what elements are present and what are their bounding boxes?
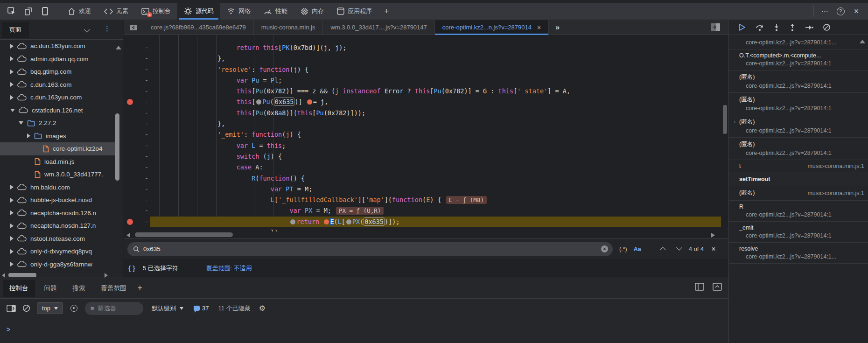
console-settings-gear-icon[interactable]: ⚙ (259, 304, 266, 313)
tree-item-ac.dun.163yun.com[interactable]: ac.dun.163yun.com (0, 40, 123, 53)
tree-item-c.dun.163yun.com[interactable]: c.dun.163yun.com (0, 91, 123, 104)
sidebar-hscrollbar[interactable] (0, 273, 115, 278)
frame-source-link[interactable]: core-optimi.kz2...js?v=2879014:1 (739, 211, 864, 218)
drawer-tab-1[interactable]: 控制台 (3, 280, 35, 297)
panel-tab-6[interactable]: 性能 (257, 3, 294, 20)
frame-source-link[interactable]: core-optimi.kz2...js?v=2879014:1 (739, 150, 864, 156)
log-level-selector[interactable]: 默认级别 (152, 304, 183, 313)
tree-item-hm.baidu.com[interactable]: hm.baidu.com (0, 181, 123, 194)
twisty-collapsed-icon[interactable] (27, 133, 30, 138)
twisty-expanded-icon[interactable] (19, 121, 23, 125)
frame-source-link[interactable]: core-optimi.kz2...js?v=2879014:1 (739, 232, 864, 239)
pretty-print-icon[interactable]: { } (128, 265, 135, 272)
console-sidebar-toggle-icon[interactable] (695, 283, 704, 292)
stack-frame-7[interactable]: tmusic-corona.min.js:1 (729, 160, 868, 173)
tree-item-bqq.gtimg.com[interactable]: bqq.gtimg.com (0, 65, 123, 78)
stack-frame-3[interactable]: (匿名)core-optimi.kz2...js?v=2879014:1 (729, 70, 868, 93)
panel-tab-8[interactable]: 应用程序 (330, 3, 378, 20)
inspect-icon[interactable] (7, 6, 17, 16)
tree-item-core-optimi.kz2o4[interactable]: core-optimi.kz2o4 (0, 142, 115, 155)
more-options-icon[interactable]: ⋯ (818, 4, 832, 18)
clear-search-icon[interactable]: × (601, 245, 608, 252)
more-editor-tabs-icon[interactable]: » (549, 20, 566, 35)
tree-item-cstaticdun.126.net[interactable]: cstaticdun.126.net (0, 104, 123, 117)
editor-tab-2[interactable]: music-corona.min.js (254, 20, 323, 35)
search-input[interactable]: 0x635 × (127, 242, 613, 256)
context-selector[interactable]: top (37, 302, 63, 314)
panel-tab-7[interactable]: 内存 (294, 3, 330, 20)
twisty-collapsed-icon[interactable] (10, 210, 14, 215)
stack-frame-10[interactable]: Rcore-optimi.kz2...js?v=2879014:1 (729, 201, 868, 222)
previous-match-icon[interactable] (661, 245, 665, 253)
tree-item-c.dun.163.com[interactable]: c.dun.163.com (0, 78, 123, 91)
console-prompt-chevron[interactable]: > (7, 326, 10, 333)
tree-item-images[interactable]: images (0, 130, 123, 143)
callstack-scroll-up-icon[interactable] (860, 40, 865, 43)
drawer-tab-2[interactable]: 问题 (38, 280, 63, 297)
drawer-tab-3[interactable]: 搜索 (66, 280, 92, 297)
twisty-collapsed-icon[interactable] (10, 262, 14, 266)
create-live-expression-icon[interactable] (70, 305, 77, 312)
tree-item-admin.qidian.qq.com[interactable]: admin.qidian.qq.com (0, 53, 123, 66)
sidebar-hscroll-thumb[interactable] (8, 273, 36, 277)
tree-item-only-d-dxvymedq8pvq[interactable]: only-d-dxvymedq8pvq (0, 245, 123, 258)
drawer-tab-4[interactable]: 覆盖范围 (95, 280, 133, 297)
tree-item-load.min.js[interactable]: load.min.js (0, 155, 123, 168)
editor-scroll-left-icon[interactable] (126, 233, 130, 238)
inline-breakpoint-icon[interactable] (346, 219, 351, 224)
resume-script-icon[interactable] (738, 23, 746, 31)
inline-breakpoint-active-icon[interactable] (324, 219, 329, 224)
toggle-debugger-sidebar-icon[interactable] (710, 23, 721, 33)
message-count[interactable]: 37 (194, 305, 209, 312)
twisty-collapsed-icon[interactable] (10, 70, 14, 74)
navigator-more-icon[interactable]: ⋮ (104, 24, 111, 33)
tree-item-hubble-js-bucket.nosd[interactable]: hubble-js-bucket.nosd (0, 194, 123, 207)
twisty-collapsed-icon[interactable] (10, 224, 14, 228)
console-filter-input[interactable]: ≡ 筛选器 (85, 302, 143, 315)
tree-item-necaptcha-nosdn.126.n[interactable]: necaptcha-nosdn.126.n (0, 207, 123, 220)
frame-source-link[interactable]: core-optimi.kz2...js?v=2879014:1... (739, 39, 864, 46)
inline-breakpoint-icon[interactable] (290, 219, 295, 224)
clear-console-icon[interactable] (22, 304, 30, 312)
tree-item-nstool.netease.com[interactable]: nstool.netease.com (0, 232, 123, 245)
editor-hscroll-thumb[interactable] (135, 232, 233, 237)
step-out-icon[interactable] (789, 23, 796, 31)
tree-item-necaptcha.nosdn.127.n[interactable]: necaptcha.nosdn.127.n (0, 219, 123, 232)
frame-source-link[interactable]: music-corona.min.js:1 (807, 190, 864, 196)
step-icon[interactable] (805, 25, 813, 30)
deactivate-breakpoints-icon[interactable] (823, 23, 831, 31)
stack-frame-12[interactable]: resolvecore-optimi.kz2...js?v=2879014:1.… (729, 243, 868, 264)
stack-frame-5[interactable]: →(匿名)core-optimi.kz2...js?v=2879014:1 (729, 115, 868, 138)
twisty-collapsed-icon[interactable] (10, 95, 14, 100)
frame-source-link[interactable]: core-optimi.kz2...js?v=2879014:1 (739, 60, 864, 67)
tree-item-2.27.2[interactable]: 2.27.2 (0, 117, 123, 130)
frame-source-link[interactable]: music-corona.min.js:1 (807, 163, 864, 169)
help-icon[interactable]: ? (833, 4, 847, 18)
focus-mode-icon[interactable] (40, 6, 50, 16)
stack-frame-4[interactable]: (匿名)core-optimi.kz2...js?v=2879014:1 (729, 93, 868, 115)
panel-tab-5[interactable]: 网络 (220, 3, 257, 20)
console-sidebar-icon[interactable] (7, 305, 16, 312)
frame-source-link[interactable]: core-optimi.kz2...js?v=2879014:1 (739, 127, 864, 134)
twisty-collapsed-icon[interactable] (10, 198, 14, 203)
inline-breakpoint-icon[interactable] (256, 99, 261, 105)
match-case-toggle-icon[interactable]: Aa (634, 246, 641, 252)
frame-source-link[interactable]: core-optimi.kz2...js?v=2879014:1... (739, 253, 864, 260)
editor-tab-4[interactable]: core-optimi.kz2...n.js?v=2879014× (435, 20, 549, 35)
twisty-collapsed-icon[interactable] (10, 44, 14, 49)
chevron-down-icon[interactable] (84, 27, 90, 33)
frame-source-link[interactable]: core-optimi.kz2...js?v=2879014:1 (739, 105, 864, 112)
panel-tab-2[interactable]: 元素 (98, 3, 135, 20)
editor-tab-1[interactable]: core.js?68fb969...435ca69e8e6479 (143, 20, 254, 35)
twisty-collapsed-icon[interactable] (10, 249, 14, 254)
close-devtools-icon[interactable]: × (849, 4, 863, 18)
editor-scroll-right-icon[interactable] (711, 233, 715, 238)
coverage-link[interactable]: 覆盖范围: 不适用 (206, 264, 252, 273)
stack-frame-9[interactable]: (匿名)music-corona.min.js:1 (729, 186, 868, 201)
frame-source-link[interactable]: core-optimi.kz2...js?v=2879014:1 (739, 83, 864, 89)
tree-item-only-d-gga8ys6farnnw[interactable]: only-d-gga8ys6farnnw (0, 258, 123, 271)
add-panel-button[interactable]: + (378, 3, 395, 20)
add-drawer-tab-icon[interactable]: + (138, 283, 143, 293)
twisty-collapsed-icon[interactable] (10, 185, 14, 189)
panel-tab-1[interactable]: 欢迎 (61, 3, 98, 20)
